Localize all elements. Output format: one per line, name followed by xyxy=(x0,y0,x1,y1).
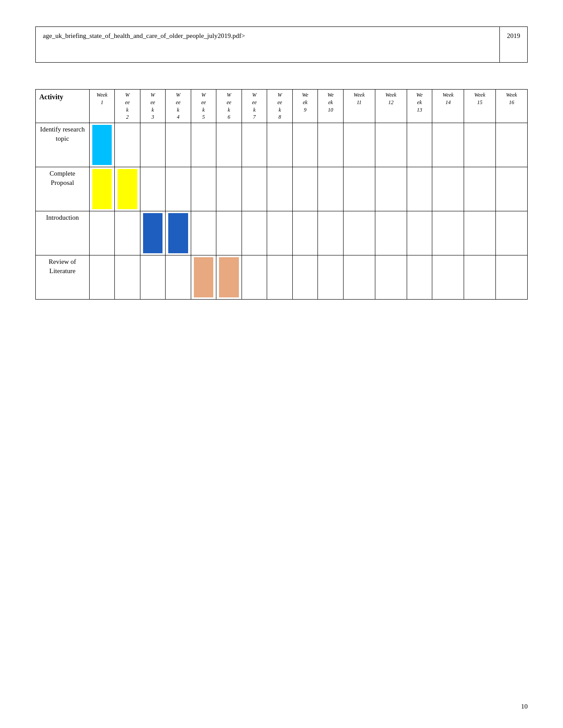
reference-year: 2019 xyxy=(500,27,527,62)
cell-r2-w6 xyxy=(216,167,242,211)
cell-r4-w9 xyxy=(292,255,318,300)
cell-r3-w2 xyxy=(115,211,140,255)
row-complete-proposal: Complete Proposal xyxy=(36,167,528,211)
cell-r4-w2 xyxy=(115,255,140,300)
cell-r1-w16 xyxy=(495,123,527,167)
cell-r2-w13 xyxy=(407,167,432,211)
cell-r4-w4 xyxy=(166,255,191,300)
week-6-header: Week6 xyxy=(216,90,242,123)
page-number: 10 xyxy=(521,703,528,710)
cell-r3-w13 xyxy=(407,211,432,255)
activity-header: Activity xyxy=(36,90,90,123)
cell-r1-w13 xyxy=(407,123,432,167)
cell-r2-w3 xyxy=(140,167,166,211)
cell-r4-w13 xyxy=(407,255,432,300)
row-review-literature: Review of Literature xyxy=(36,255,528,300)
cell-r3-w1 xyxy=(89,211,115,255)
cell-r2-w2 xyxy=(115,167,140,211)
cell-r2-w14 xyxy=(432,167,464,211)
reference-text: age_uk_briefing_state_of_health_and_care… xyxy=(36,27,500,62)
cell-r1-w14 xyxy=(432,123,464,167)
week-7-header: Week7 xyxy=(242,90,267,123)
week-11-header: Week11 xyxy=(343,90,375,123)
cell-r4-w1 xyxy=(89,255,115,300)
week-3-header: Week3 xyxy=(140,90,166,123)
gantt-wrapper: Activity Week1 Week2 Week3 Week xyxy=(35,89,528,300)
reference-box: age_uk_briefing_state_of_health_and_care… xyxy=(35,26,528,63)
cell-r4-w6 xyxy=(216,255,242,300)
cell-r1-w6 xyxy=(216,123,242,167)
week-16-header: Week16 xyxy=(495,90,527,123)
cell-r2-w16 xyxy=(495,167,527,211)
cell-r2-w1 xyxy=(89,167,115,211)
cell-r1-w11 xyxy=(343,123,375,167)
week-9-header: Week9 xyxy=(292,90,318,123)
week-8-header: Week8 xyxy=(267,90,293,123)
cell-r4-w12 xyxy=(375,255,407,300)
cell-r2-w12 xyxy=(375,167,407,211)
activity-introduction: Introduction xyxy=(36,211,90,255)
cell-r4-w16 xyxy=(495,255,527,300)
cell-r3-w7 xyxy=(242,211,267,255)
cell-r4-w8 xyxy=(267,255,293,300)
page-container: age_uk_briefing_state_of_health_and_care… xyxy=(0,0,563,728)
cell-r1-w7 xyxy=(242,123,267,167)
cell-r3-w12 xyxy=(375,211,407,255)
week-2-header: Week2 xyxy=(115,90,140,123)
week-1-header: Week1 xyxy=(89,90,115,123)
week-15-header: Week15 xyxy=(464,90,496,123)
row-identify-research: Identify research topic xyxy=(36,123,528,167)
cell-r1-w4 xyxy=(166,123,191,167)
cell-r2-w15 xyxy=(464,167,496,211)
cell-r1-w15 xyxy=(464,123,496,167)
header-row: Activity Week1 Week2 Week3 Week xyxy=(36,90,528,123)
cell-r4-w14 xyxy=(432,255,464,300)
cell-r2-w11 xyxy=(343,167,375,211)
cell-r3-w10 xyxy=(318,211,344,255)
row-introduction: Introduction xyxy=(36,211,528,255)
cell-r1-w5 xyxy=(191,123,216,167)
week-12-header: Week12 xyxy=(375,90,407,123)
cell-r4-w5 xyxy=(191,255,216,300)
cell-r4-w7 xyxy=(242,255,267,300)
cell-r3-w9 xyxy=(292,211,318,255)
week-14-header: Week14 xyxy=(432,90,464,123)
week-4-header: Week4 xyxy=(166,90,191,123)
cell-r3-w15 xyxy=(464,211,496,255)
cell-r2-w10 xyxy=(318,167,344,211)
activity-complete-proposal: Complete Proposal xyxy=(36,167,90,211)
cell-r3-w5 xyxy=(191,211,216,255)
cell-r3-w11 xyxy=(343,211,375,255)
cell-r1-w10 xyxy=(318,123,344,167)
cell-r3-w6 xyxy=(216,211,242,255)
activity-review-literature: Review of Literature xyxy=(36,255,90,300)
cell-r3-w14 xyxy=(432,211,464,255)
cell-r3-w4 xyxy=(166,211,191,255)
cell-r2-w5 xyxy=(191,167,216,211)
cell-r2-w4 xyxy=(166,167,191,211)
cell-r4-w10 xyxy=(318,255,344,300)
cell-r4-w3 xyxy=(140,255,166,300)
cell-r3-w3 xyxy=(140,211,166,255)
cell-r2-w8 xyxy=(267,167,293,211)
cell-r1-w1 xyxy=(89,123,115,167)
cell-r2-w9 xyxy=(292,167,318,211)
cell-r3-w16 xyxy=(495,211,527,255)
week-10-header: Week10 xyxy=(318,90,344,123)
cell-r4-w15 xyxy=(464,255,496,300)
cell-r3-w8 xyxy=(267,211,293,255)
cell-r1-w3 xyxy=(140,123,166,167)
cell-r1-w8 xyxy=(267,123,293,167)
week-13-header: Week13 xyxy=(407,90,432,123)
cell-r2-w7 xyxy=(242,167,267,211)
cell-r1-w2 xyxy=(115,123,140,167)
week-5-header: Week5 xyxy=(191,90,216,123)
gantt-table: Activity Week1 Week2 Week3 Week xyxy=(35,89,528,300)
cell-r1-w12 xyxy=(375,123,407,167)
cell-r4-w11 xyxy=(343,255,375,300)
cell-r1-w9 xyxy=(292,123,318,167)
activity-identify-research: Identify research topic xyxy=(36,123,90,167)
